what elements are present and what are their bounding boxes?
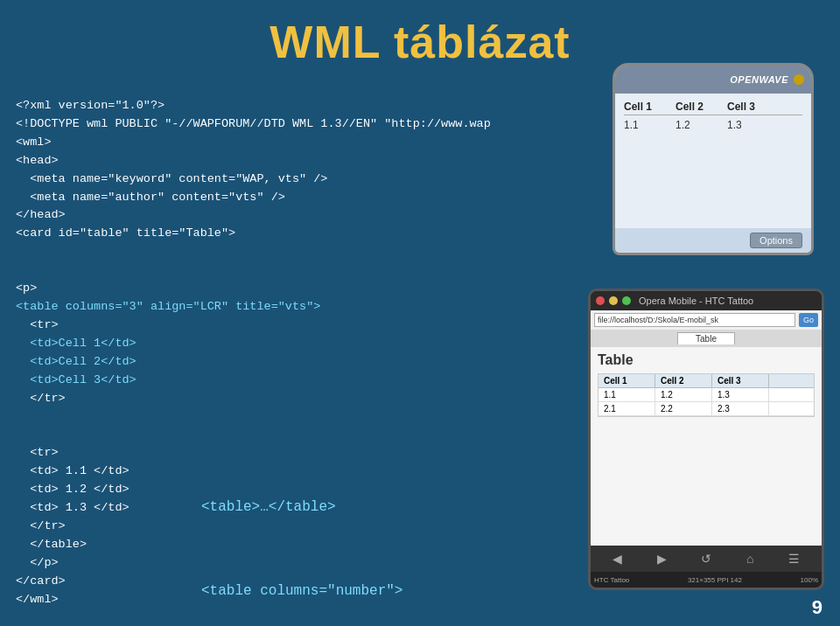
opera-row2-cell3: 2.3	[712, 402, 769, 415]
phone-row1-cell1: 1.1	[624, 119, 672, 131]
reload-icon[interactable]: ↺	[701, 552, 711, 566]
phone-header-cell3: Cell 3	[727, 101, 775, 113]
opera-table: Cell 1 Cell 2 Cell 3 1.1 1.2 1.3 2.1 2.2…	[598, 373, 815, 417]
opera-row1-cell1: 1.1	[598, 388, 655, 401]
code-line-24: </wml>	[16, 593, 59, 606]
code-line-5: <meta name="keyword" content="WAP, vts" …	[16, 172, 327, 185]
code-line-18: <td> 1.2 </td>	[16, 483, 130, 496]
opera-header-cell3: Cell 3	[712, 374, 769, 387]
opera-tab-bar: Table	[591, 330, 822, 347]
code-line-13: <td>Cell 2</td>	[16, 355, 136, 368]
code-line-2: <!DOCTYPE wml PUBLIC "-//WAPFORUM//DTD W…	[16, 117, 491, 130]
code-line-19: <td> 1.3 </td>	[16, 501, 130, 514]
opera-tab[interactable]: Table	[677, 332, 735, 344]
opera-status-left: HTC Tattoo	[594, 576, 629, 584]
menu-icon[interactable]: ☰	[788, 552, 800, 566]
phone-top-options-bar: Options	[615, 228, 811, 253]
code-line-21: </table>	[16, 538, 87, 551]
maximize-btn[interactable]	[622, 296, 631, 305]
opera-table-row-1: 1.1 1.2 1.3	[598, 388, 814, 402]
code-line-6: <meta name="author" content="vts" />	[16, 191, 285, 204]
back-icon[interactable]: ◀	[612, 552, 622, 566]
hint-line-1: <table>…</table>	[201, 493, 402, 521]
code-line-3: <wml>	[16, 136, 52, 149]
phone-row1-cell3: 1.3	[727, 119, 775, 131]
opera-go-button[interactable]: Go	[799, 313, 818, 327]
openwave-logo: OPENWAVE	[730, 74, 788, 85]
code-line-15: </tr>	[16, 392, 66, 405]
close-btn[interactable]	[596, 296, 605, 305]
opera-titlebar: Opera Mobile - HTC Tattoo	[591, 291, 822, 310]
code-line-7: </head>	[16, 208, 66, 221]
opera-row2-cell1: 2.1	[598, 402, 655, 415]
opera-page-title: Table	[598, 352, 815, 368]
code-line-20: </tr>	[16, 519, 66, 532]
opera-header-cell1: Cell 1	[598, 374, 655, 387]
opera-nav-bar: ◀ ▶ ↺ ⌂ ☰	[591, 546, 822, 572]
minimize-btn[interactable]	[609, 296, 618, 305]
opera-urlbar: Go	[591, 310, 822, 330]
phone-header-cell1: Cell 1	[624, 101, 672, 113]
code-line-16: <tr>	[16, 446, 59, 459]
code-line-12: <td>Cell 1</td>	[16, 337, 136, 350]
code-line-14: <td>Cell 3</td>	[16, 373, 136, 386]
home-icon[interactable]: ⌂	[746, 552, 753, 566]
code-line-1: <?xml version="1.0"?>	[16, 99, 164, 112]
opera-table-header-row: Cell 1 Cell 2 Cell 3	[598, 374, 814, 388]
phone-table-row-1: 1.1 1.2 1.3	[624, 119, 802, 131]
code-line-10: <table columns="3" align="LCR" title="vt…	[16, 300, 320, 313]
code-line-9: <p>	[16, 282, 37, 295]
opera-row1-cell2: 1.2	[655, 388, 712, 401]
code-hints-block: <table>…</table> <table columns="number"…	[201, 437, 402, 626]
code-line-11: <tr>	[16, 318, 59, 331]
code-line-23: </card>	[16, 574, 66, 588]
code-line-17: <td> 1.1 </td>	[16, 464, 130, 477]
forward-icon[interactable]: ▶	[657, 552, 667, 566]
phone-status-dot	[794, 74, 804, 85]
options-button[interactable]: Options	[750, 233, 802, 248]
opera-status-right: 321×355 PPI 142	[688, 576, 742, 584]
code-line-22: </p>	[16, 556, 59, 569]
phone-top-bar: OPENWAVE	[615, 66, 811, 94]
phone-top-mockup: OPENWAVE Cell 1 Cell 2 Cell 3 1.1 1.2 1.…	[612, 63, 814, 255]
code-line-4: <head>	[16, 154, 59, 167]
page-number: 9	[812, 596, 822, 619]
opera-content: Table Cell 1 Cell 2 Cell 3 1.1 1.2 1.3 2…	[591, 347, 822, 546]
hint-line-2: <table columns="number">	[201, 577, 402, 605]
opera-url-input[interactable]	[594, 313, 795, 327]
phone-row1-cell2: 1.2	[676, 119, 724, 131]
opera-row1-cell3: 1.3	[712, 388, 769, 401]
opera-header-cell2: Cell 2	[655, 374, 712, 387]
phone-top-screen: Cell 1 Cell 2 Cell 3 1.1 1.2 1.3	[615, 94, 811, 228]
phone-table-header: Cell 1 Cell 2 Cell 3	[624, 101, 802, 115]
phone-header-cell2: Cell 2	[676, 101, 724, 113]
phone-bottom-mockup: Opera Mobile - HTC Tattoo Go Table Table…	[588, 289, 824, 590]
opera-title: Opera Mobile - HTC Tattoo	[639, 296, 753, 306]
code-line-8: <card id="table" title="Table">	[16, 226, 235, 240]
opera-table-row-2: 2.1 2.2 2.3	[598, 402, 814, 416]
opera-row2-cell2: 2.2	[655, 402, 712, 415]
opera-zoom: 100%	[801, 576, 818, 584]
opera-status-bar: HTC Tattoo 321×355 PPI 142 100%	[591, 572, 822, 588]
